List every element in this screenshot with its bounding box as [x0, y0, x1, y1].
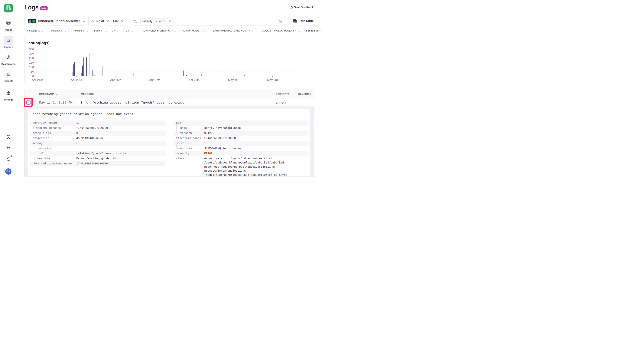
svg-text:200: 200 — [29, 56, 34, 60]
svg-text:May 1st: May 1st — [228, 78, 238, 82]
svg-text:Apr 29th: Apr 29th — [188, 78, 200, 82]
svg-text:300: 300 — [29, 48, 34, 51]
svg-text:May 3rd: May 3rd — [267, 78, 278, 82]
svg-text:250: 250 — [29, 52, 34, 55]
svg-text:Apr 23rd: Apr 23rd — [71, 78, 82, 82]
svg-text:Apr 27th: Apr 27th — [149, 78, 160, 82]
svg-text:100: 100 — [29, 66, 34, 69]
svg-text:150: 150 — [29, 61, 34, 64]
svg-text:0: 0 — [32, 75, 34, 78]
svg-text:50: 50 — [31, 70, 34, 73]
svg-text:Apr 21st: Apr 21st — [32, 78, 43, 82]
svg-text:Apr 25th: Apr 25th — [110, 78, 121, 82]
